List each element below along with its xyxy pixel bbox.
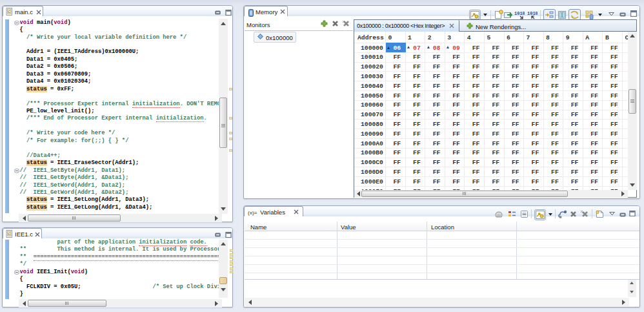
svg-text:1010: 1010 bbox=[527, 11, 538, 16]
svg-text:1010: 1010 bbox=[514, 11, 525, 16]
